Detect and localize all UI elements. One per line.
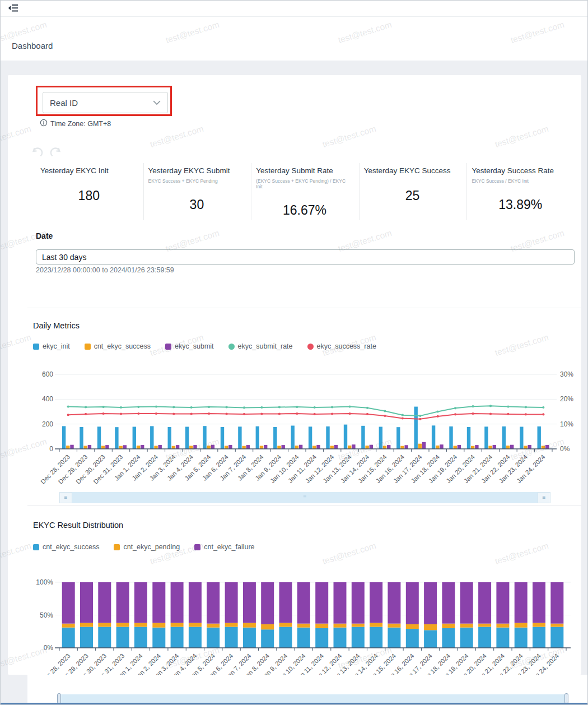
legend-label: cnt_ekyc_pending [123,543,180,551]
legend-marker [228,344,235,350]
legend-marker [165,344,171,350]
section-divider [27,505,581,506]
legend-marker [33,544,39,550]
stat-value: 16.67% [256,203,353,218]
stat-value: 13.89% [472,197,569,212]
stat-title: Yesterday EKYC Submit [148,166,246,175]
undo-redo-toolbar [30,147,63,161]
slider-track[interactable]: ≡ [72,492,538,503]
product-select[interactable]: Real ID [43,92,168,113]
legend-label: cnt_ekyc_success [43,543,99,551]
redo-icon [50,152,63,161]
undo-icon [30,152,43,161]
stats-row: Yesterday EKYC Init 180 Yesterday EKYC S… [36,163,575,220]
stat-title: Yesterday EKYC Init [40,166,138,175]
stat-value: 180 [40,188,138,203]
chevron-down-icon [153,98,161,108]
date-range-value: Last 30 days [42,253,86,262]
legend-marker [307,344,314,350]
stat-subtitle: EKYC Success / EKYC Init [472,178,569,184]
svg-text:100%: 100% [36,578,53,586]
svg-text:50%: 50% [40,611,53,619]
legend-item[interactable]: cnt_ekyc_failure [194,543,254,551]
legend-item[interactable]: ekyc_submit [165,342,213,350]
legend-item[interactable]: ekyc_init [33,342,70,350]
page-title: Dashboard [12,41,53,50]
daily-metrics-zoom-slider: ≡ ≡ ≡ [59,492,550,503]
timezone-row: Time Zone: GMT+8 [40,119,111,128]
stat-title: Yesterday Submit Rate [256,166,353,175]
date-range-text: 2023/12/28 00:00:00 to 2024/01/26 23:59:… [36,266,174,274]
watermark-text: test@test.com [165,20,221,45]
legend-marker [33,344,39,350]
watermark-text: test@test.com [510,20,566,45]
svg-text:600: 600 [42,370,53,378]
stat-card: Yesterday Success Rate EKYC Success / EK… [466,163,575,220]
daily-metrics-legend: ekyc_initcnt_ekyc_successekyc_submitekyc… [33,342,376,350]
svg-text:30%: 30% [560,370,573,378]
stat-card: Yesterday EKYC Init 180 [36,163,143,220]
legend-item[interactable]: cnt_ekyc_success [85,342,151,350]
legend-label: ekyc_success_rate [317,342,376,350]
timezone-label: Time Zone: GMT+8 [50,120,111,128]
redo-button[interactable] [50,147,63,161]
svg-text:400: 400 [42,395,53,403]
bottom-border-line [1,703,587,704]
undo-button[interactable] [30,147,43,161]
ekyc-distribution-legend: cnt_ekyc_successcnt_ekyc_pendingcnt_ekyc… [33,543,255,551]
legend-item[interactable]: ekyc_success_rate [307,342,376,350]
dashboard-card: Real ID Time Zone: GMT+8 [8,75,581,675]
section-divider [27,308,581,308]
legend-marker [85,344,91,350]
svg-text:10%: 10% [560,420,573,428]
highlight-box: Real ID [36,86,172,116]
info-icon [40,119,48,128]
distribution-zoom-slider[interactable] [59,694,566,703]
legend-label: ekyc_submit_rate [238,342,293,350]
stat-value: 25 [364,188,461,203]
legend-marker [194,544,200,550]
legend-item[interactable]: ekyc_submit_rate [228,342,293,350]
legend-label: ekyc_submit [175,342,213,350]
stat-title: Yesterday Success Rate [472,166,569,175]
slider-right-handle[interactable]: ≡ [538,492,550,503]
date-label: Date [36,231,53,240]
daily-metrics-chart: 00%20010%40020%60030%Dec 28, 2023Dec 29,… [27,368,581,488]
bottom-band [1,675,587,705]
top-bar [1,1,587,17]
date-range-input[interactable]: Last 30 days [36,249,575,265]
dashboard-page: Dashboard Real ID Time Zone: GMT+8 [0,0,588,705]
legend-item[interactable]: cnt_ekyc_pending [114,543,180,551]
slider-left-handle[interactable]: ≡ [59,492,72,503]
stat-subtitle: (EKYC Success + EKYC Pending) / EKYC Ini… [256,178,353,189]
stat-card: Yesterday EKYC Submit EKYC Success + EKY… [143,163,251,220]
svg-text:0%: 0% [44,644,54,652]
ekyc-distribution-chart: 0%50%100%Dec 28, 2023Dec 29, 2023Dec 30,… [27,579,581,679]
stat-card: Yesterday Submit Rate (EKYC Success + EK… [251,163,359,220]
legend-label: cnt_ekyc_failure [204,543,254,551]
daily-metrics-section-title: Daily Metrics [33,321,80,330]
stat-subtitle: EKYC Success + EKYC Pending [148,178,246,184]
svg-text:200: 200 [42,420,53,428]
svg-text:20%: 20% [560,395,573,403]
svg-text:0%: 0% [560,445,570,453]
corner-background [1,675,27,703]
stat-value: 30 [148,197,246,212]
svg-text:0: 0 [49,445,53,453]
legend-label: cnt_ekyc_success [94,342,151,350]
legend-marker [114,544,120,550]
selected-product-label: Real ID [50,98,153,108]
watermark-text: test@test.com [337,20,393,45]
stat-title: Yesterday EKYC Success [364,166,461,175]
collapse-menu-icon [8,6,18,14]
legend-label: ekyc_init [43,342,70,350]
legend-item[interactable]: cnt_ekyc_success [33,543,99,551]
ekyc-distribution-section-title: EKYC Result Distribution [33,521,123,530]
stat-card: Yesterday EKYC Success 25 [359,163,467,220]
sidebar-toggle-button[interactable] [7,4,19,14]
